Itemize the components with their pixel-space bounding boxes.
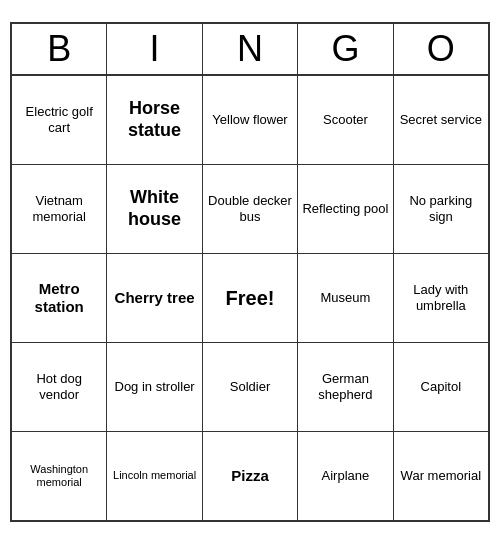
bingo-cell-0-1: Horse statue <box>107 76 202 164</box>
bingo-cell-1-1: White house <box>107 165 202 253</box>
bingo-cell-1-3: Reflecting pool <box>298 165 393 253</box>
bingo-row-2: Metro stationCherry treeFree!MuseumLady … <box>12 254 488 343</box>
bingo-cell-4-2: Pizza <box>203 432 298 520</box>
bingo-cell-3-0: Hot dog vendor <box>12 343 107 431</box>
bingo-cell-2-4: Lady with umbrella <box>394 254 488 342</box>
header-letter-g: G <box>298 24 393 74</box>
bingo-card: BINGO Electric golf cartHorse statueYell… <box>10 22 490 522</box>
bingo-row-4: Washington memorialLincoln memorialPizza… <box>12 432 488 520</box>
bingo-cell-1-0: Vietnam memorial <box>12 165 107 253</box>
bingo-cell-3-1: Dog in stroller <box>107 343 202 431</box>
bingo-cell-1-4: No parking sign <box>394 165 488 253</box>
bingo-cell-2-3: Museum <box>298 254 393 342</box>
bingo-cell-4-3: Airplane <box>298 432 393 520</box>
bingo-cell-4-4: War memorial <box>394 432 488 520</box>
bingo-row-0: Electric golf cartHorse statueYellow flo… <box>12 76 488 165</box>
bingo-row-3: Hot dog vendorDog in strollerSoldierGerm… <box>12 343 488 432</box>
bingo-cell-4-0: Washington memorial <box>12 432 107 520</box>
bingo-cell-3-3: German shepherd <box>298 343 393 431</box>
header-letter-o: O <box>394 24 488 74</box>
bingo-cell-1-2: Double decker bus <box>203 165 298 253</box>
bingo-cell-0-3: Scooter <box>298 76 393 164</box>
bingo-cell-2-2: Free! <box>203 254 298 342</box>
bingo-cell-0-4: Secret service <box>394 76 488 164</box>
header-letter-i: I <box>107 24 202 74</box>
bingo-cell-3-2: Soldier <box>203 343 298 431</box>
header-letter-n: N <box>203 24 298 74</box>
bingo-cell-0-2: Yellow flower <box>203 76 298 164</box>
bingo-row-1: Vietnam memorialWhite houseDouble decker… <box>12 165 488 254</box>
bingo-cell-0-0: Electric golf cart <box>12 76 107 164</box>
bingo-cell-2-1: Cherry tree <box>107 254 202 342</box>
bingo-cell-2-0: Metro station <box>12 254 107 342</box>
header-letter-b: B <box>12 24 107 74</box>
bingo-header: BINGO <box>12 24 488 76</box>
bingo-cell-3-4: Capitol <box>394 343 488 431</box>
bingo-cell-4-1: Lincoln memorial <box>107 432 202 520</box>
bingo-grid: Electric golf cartHorse statueYellow flo… <box>12 76 488 520</box>
